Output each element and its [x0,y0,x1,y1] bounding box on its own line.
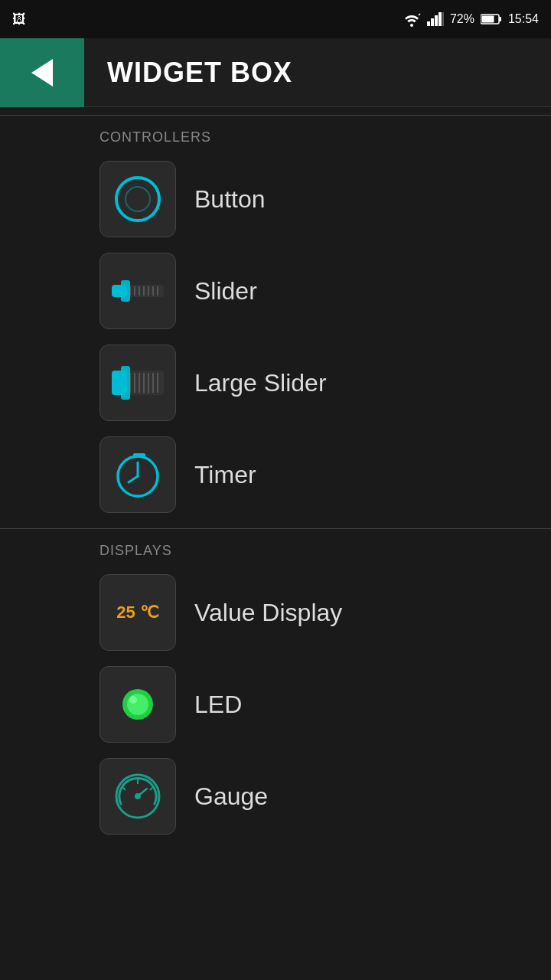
svg-rect-20 [121,280,130,302]
gauge-icon-box [99,758,176,835]
svg-line-40 [122,787,126,790]
battery-text: 72% [450,12,474,26]
slider-icon-box [99,253,176,329]
button-item[interactable]: Button [0,153,551,245]
svg-point-36 [127,694,148,715]
signal-icon [427,12,444,26]
svg-rect-7 [499,17,501,21]
displays-section-header: DISPLAYS [0,528,551,567]
svg-rect-3 [435,15,438,26]
time-text: 15:54 [508,12,539,26]
back-button[interactable] [0,38,84,107]
battery-icon [481,13,502,25]
svg-point-43 [135,793,141,799]
led-label: LED [194,691,242,719]
svg-point-10 [126,187,150,211]
led-icon-box [99,666,176,743]
svg-rect-34 [133,453,145,457]
value-display-icon: 25 ℃ [116,603,159,622]
app-header: WIDGET BOX [0,38,551,107]
timer-label: Timer [194,461,256,489]
slider-item[interactable]: Slider [0,245,551,337]
value-display-icon-box: 25 ℃ [99,574,176,651]
back-arrow-icon [31,59,53,87]
page-title: WIDGET BOX [107,57,292,89]
slider-icon [110,273,165,309]
controllers-section-header: CONTROLLERS [0,115,551,153]
svg-rect-30 [121,366,130,400]
svg-rect-2 [431,18,434,26]
svg-rect-4 [439,12,442,26]
timer-item[interactable]: Timer [0,429,551,521]
large-slider-item[interactable]: Large Slider [0,337,551,429]
gauge-icon [112,770,164,822]
gauge-label: Gauge [194,782,268,811]
svg-rect-8 [481,16,494,23]
photo-icon: 🖼 [12,11,26,28]
content-area: CONTROLLERS Button [0,107,551,980]
button-icon [112,173,164,225]
value-display-item[interactable]: 25 ℃ Value Display [0,567,551,658]
svg-line-41 [150,787,153,790]
wifi-icon [403,11,421,27]
value-display-label: Value Display [194,599,342,627]
led-item[interactable]: LED [0,658,551,750]
button-label: Button [194,185,266,214]
led-icon [115,681,161,727]
svg-line-33 [129,476,138,482]
svg-point-0 [410,24,413,27]
gauge-item[interactable]: Gauge [0,750,551,842]
slider-label: Slider [194,277,257,305]
timer-icon-box [99,436,176,513]
button-icon-box [99,161,176,237]
svg-point-37 [129,696,137,704]
status-bar: 🖼 72% 15:54 [0,0,551,38]
large-slider-icon-box [99,345,176,421]
svg-rect-1 [427,21,430,26]
timer-icon [112,449,164,501]
large-slider-label: Large Slider [194,369,327,397]
svg-rect-5 [442,12,444,26]
svg-point-9 [116,178,159,220]
large-slider-icon [110,361,165,404]
